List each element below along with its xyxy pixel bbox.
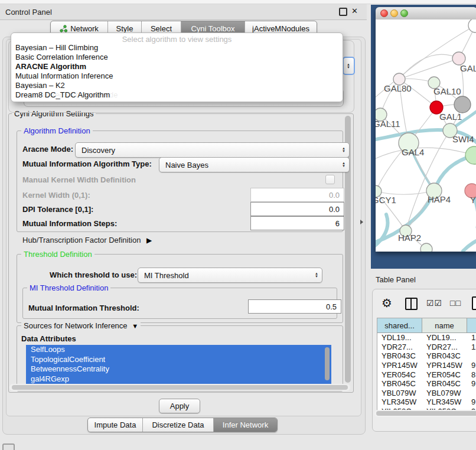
algorithm-definition-title: Algorithm Definition: [21, 126, 93, 135]
column-header-name[interactable]: name: [422, 318, 467, 332]
table-row: YBR043CYBR043C: [377, 351, 476, 361]
window-close-button[interactable]: [380, 9, 388, 17]
aracne-mode-combo[interactable]: Discovery ▲▼: [75, 142, 350, 158]
node-swi4-green: [465, 146, 476, 164]
node-label: HAP2: [398, 233, 421, 243]
column-header-partial[interactable]: [467, 318, 476, 332]
table-row: YER054CYER054C8.: [377, 370, 476, 379]
expand-right-icon: ▶: [146, 236, 152, 244]
tab-discretize-data[interactable]: Discretize Data: [142, 418, 213, 432]
node-label: GAL80: [384, 83, 412, 93]
tab-infer-network[interactable]: Infer Network: [213, 418, 277, 432]
dpi-tolerance-label: DPI Tolerance [0,1]:: [22, 205, 93, 214]
node-label: GAL: [460, 63, 476, 73]
close-panel-icon[interactable]: ✕: [351, 6, 358, 15]
node-label: GAL1: [439, 112, 462, 122]
data-attributes-label: Data Attributes: [21, 334, 76, 343]
node-label: HAP4: [428, 194, 451, 204]
kernel-width-label: Kernel Width (0,1):: [22, 191, 90, 200]
function-document-icon[interactable]: [472, 296, 476, 310]
step-down-icon: ▼: [315, 275, 318, 278]
attribute-table: shared... name YDL19...YDL19...13 YDR27.…: [377, 318, 476, 411]
tab-impute-data[interactable]: Impute Data: [88, 418, 142, 432]
manual-kernel-checkbox[interactable]: [325, 175, 335, 184]
control-panel-title: Control Panel: [5, 8, 52, 17]
list-item-gal4rgexp[interactable]: gal4RGexp: [26, 374, 331, 384]
which-threshold-combo[interactable]: MI Threshold ▲▼: [138, 268, 322, 283]
threshold-definition-title: Threshold Definition: [21, 250, 94, 259]
node-label: SWI4: [452, 134, 474, 144]
node-label: GAL10: [433, 86, 461, 96]
table-panel-title: Table Panel: [376, 275, 416, 284]
mi-type-combo[interactable]: Naive Bayes ▲▼: [159, 157, 350, 172]
tab-network-label: Network: [70, 24, 99, 33]
network-graph: GAL GAL80 GAL10 GAL1 GAL11 SWI4 GAL4 GCY…: [376, 19, 476, 252]
collapse-down-icon: ▼: [132, 322, 138, 330]
mi-threshold-label: Mutual Information Threshold:: [28, 304, 139, 312]
panel-grip-icon[interactable]: [2, 444, 15, 450]
node-label: GAL4: [402, 147, 424, 157]
dpi-tolerance-input[interactable]: 0.0: [250, 202, 344, 216]
dropdown-item-mutual-information[interactable]: Mutual Information Inference: [15, 71, 113, 80]
table-row: YBR045CYBR045C9.: [377, 379, 476, 389]
table-row: YBL079WYBL079W: [377, 389, 476, 398]
splitter-arrow-icon[interactable]: [360, 220, 363, 224]
application-root: Control Panel ✕ Network Style Select Cyn…: [0, 0, 476, 450]
step-down-icon: ▼: [347, 66, 350, 69]
window-zoom-button[interactable]: [400, 9, 408, 17]
node-bottom-small: [420, 243, 432, 252]
split-columns-icon[interactable]: [405, 298, 418, 310]
node-gray: [454, 96, 471, 113]
table-row: YPR145WYPR145W9.: [377, 361, 476, 370]
attributes-list-scrollbar[interactable]: [325, 347, 330, 380]
select-all-checked-icon[interactable]: ☑☑: [426, 298, 442, 308]
kernel-width-input[interactable]: 0.0: [250, 188, 344, 202]
top-strip: [0, 0, 476, 4]
float-panel-icon[interactable]: [339, 8, 347, 16]
node-label: GCY1: [376, 195, 396, 205]
algorithm-combo-fragment[interactable]: ▲▼: [343, 57, 355, 75]
network-window-titlebar[interactable]: [376, 7, 476, 20]
table-row: YDR27...YDR27...12: [377, 343, 476, 352]
manual-kernel-label: Manual Kernel Width Definition: [22, 175, 136, 184]
network-window: GAL GAL80 GAL10 GAL1 GAL11 SWI4 GAL4 GCY…: [376, 7, 476, 252]
node-label: GAL11: [376, 119, 400, 129]
column-header-shared-name[interactable]: shared...: [377, 318, 422, 332]
mi-threshold-input[interactable]: 0.5: [248, 299, 341, 314]
table-header-row: shared... name: [377, 318, 476, 333]
mi-type-label: Mutual Information Algorithm Type:: [22, 159, 152, 168]
list-item-topologicalcoefficient[interactable]: TopologicalCoefficient: [26, 355, 331, 365]
table-body[interactable]: YDL19...YDL19...13 YDR27...YDR27...12 YB…: [377, 333, 476, 410]
node-partial-top: [468, 19, 476, 32]
window-minimize-button[interactable]: [390, 9, 398, 17]
table-settings-gear-icon[interactable]: ⚙: [382, 296, 392, 310]
dropdown-item-dream8[interactable]: Dream8 DC_TDC Algorithm: [15, 90, 110, 99]
mi-steps-input[interactable]: 6: [250, 216, 344, 230]
sources-group-title[interactable]: Sources for Network Inference ▼: [21, 321, 141, 330]
network-canvas[interactable]: GAL GAL80 GAL10 GAL1 GAL11 SWI4 GAL4 GCY…: [376, 19, 476, 252]
step-down-icon: ▼: [342, 165, 345, 168]
mi-threshold-group-title: MI Threshold Definition: [27, 283, 110, 292]
list-item-selfloops[interactable]: SelfLoops: [26, 345, 331, 355]
hub-definition-toggle[interactable]: Hub/Transcription Factor Definition ▶: [22, 236, 152, 244]
network-icon: [60, 25, 67, 32]
mi-steps-label: Mutual Information Steps:: [22, 219, 117, 228]
aracne-mode-label: Aracne Mode:: [22, 145, 73, 154]
which-threshold-label: Which threshold to use:: [50, 270, 137, 279]
node-label: Y: [470, 195, 476, 205]
table-hscroll-thumb[interactable]: [376, 411, 476, 416]
list-item-betweennesscentrality[interactable]: BetweennessCentrality: [26, 364, 331, 374]
bottom-tabs: Impute Data Discretize Data Infer Networ…: [87, 418, 278, 432]
algorithm-dropdown-popup: Select algorithm to view settings Infere…: [11, 32, 343, 102]
dropdown-item-bayesian-hill[interactable]: Bayesian – Hill Climbing: [15, 43, 98, 52]
data-attributes-list[interactable]: SelfLoops TopologicalCoefficient Between…: [26, 345, 331, 384]
table-row: YDL19...YDL19...13: [377, 333, 476, 343]
settings-hscroll-thumb[interactable]: [12, 385, 348, 390]
algorithm-placeholder: Select algorithm to view settings: [11, 35, 343, 44]
deselect-all-icon[interactable]: □□: [450, 298, 461, 308]
dropdown-item-bayesian-k2[interactable]: Bayesian – K2: [15, 81, 65, 90]
dropdown-item-aracne[interactable]: ARACNE Algorithm: [15, 62, 86, 71]
apply-button[interactable]: Apply: [159, 399, 200, 413]
table-row: YLR345WYLR345W9.: [377, 397, 476, 407]
dropdown-item-basic-correlation[interactable]: Basic Correlation Inference: [15, 53, 108, 61]
